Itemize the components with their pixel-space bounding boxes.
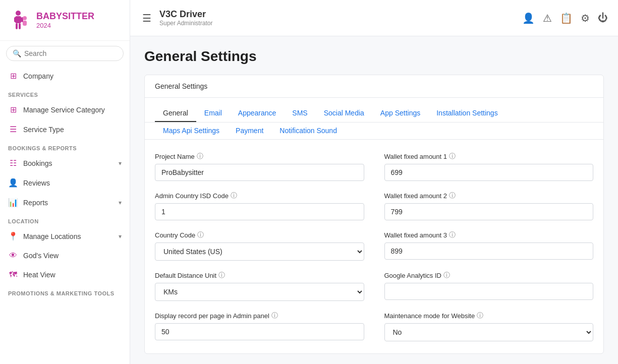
- tab-social-media[interactable]: Social Media: [316, 105, 372, 122]
- page-title: General Settings: [144, 48, 604, 65]
- form-group-country-code: Country Code ⓘ United States (US) United…: [155, 230, 364, 261]
- input-wallet-amount-2[interactable]: [384, 203, 594, 220]
- info-icon-project-name: ⓘ: [197, 152, 203, 161]
- settings-card: General Settings General Email Appearanc…: [144, 75, 604, 354]
- select-country-code[interactable]: United States (US) United Kingdom (UK) C…: [155, 242, 364, 261]
- label-project-name: Project Name ⓘ: [155, 152, 364, 161]
- svg-rect-5: [19, 23, 21, 29]
- header: ☰ V3C Driver Super Administrator 👤 ⚠ 📋 ⚙…: [130, 0, 618, 36]
- input-admin-country-isd[interactable]: [155, 203, 364, 220]
- sidebar-item-service-type-label: Service Type: [23, 126, 64, 134]
- sidebar-item-manage-locations-label: Manage Locations: [23, 232, 81, 240]
- card-header: General Settings: [145, 75, 603, 98]
- info-icon-display-record: ⓘ: [271, 311, 278, 320]
- sidebar-item-heat-view[interactable]: 🗺 Heat View: [0, 265, 130, 284]
- logo-icon: [8, 8, 32, 32]
- sidebar-item-reports-label: Reports: [23, 199, 48, 207]
- sidebar-section-bookings-reports: BOOKINGS & REPORTS: [0, 139, 130, 153]
- tab-app-settings[interactable]: App Settings: [372, 105, 428, 122]
- form-group-wallet-amount-1: Wallet fixed amount 1 ⓘ: [384, 152, 594, 181]
- search-icon: 🔍: [13, 49, 21, 57]
- svg-rect-7: [23, 21, 27, 26]
- info-icon-maintenance-mode: ⓘ: [477, 311, 483, 320]
- tab-maps-api-settings[interactable]: Maps Api Settings: [155, 123, 228, 140]
- input-wallet-amount-1[interactable]: [384, 164, 594, 181]
- search-input[interactable]: [24, 49, 117, 57]
- header-subtitle: Super Administrator: [159, 20, 516, 27]
- search-bar[interactable]: 🔍: [6, 46, 124, 61]
- sidebar: BABYSITTER 2024 🔍 ⊞ Company SERVICES ⊞ M…: [0, 0, 130, 364]
- sidebar-section-promotions: PROMOTIONS & MARKETING TOOLS: [0, 284, 130, 298]
- select-maintenance-mode[interactable]: No Yes: [384, 323, 594, 341]
- input-google-analytics[interactable]: [384, 283, 594, 300]
- label-country-code: Country Code ⓘ: [155, 230, 364, 239]
- info-icon-country-code: ⓘ: [197, 230, 204, 239]
- tabs-row1: General Email Appearance SMS Social Medi…: [145, 98, 603, 123]
- sidebar-item-reviews[interactable]: 👤 Reviews: [0, 173, 130, 193]
- sidebar-item-company-label: Company: [23, 72, 53, 80]
- heat-view-icon: 🗺: [8, 270, 18, 279]
- label-display-record: Display record per page in Admin panel ⓘ: [155, 311, 364, 320]
- sidebar-item-reviews-label: Reviews: [23, 179, 50, 187]
- svg-rect-4: [16, 23, 18, 29]
- input-wallet-amount-3[interactable]: [384, 242, 594, 260]
- input-project-name[interactable]: [155, 164, 364, 181]
- bookings-chevron-icon: ▾: [119, 160, 122, 167]
- page-content: General Settings General Settings Genera…: [130, 36, 618, 364]
- label-wallet-amount-2: Wallet fixed amount 2 ⓘ: [384, 191, 594, 200]
- tab-general[interactable]: General: [155, 105, 196, 122]
- svg-rect-2: [14, 17, 16, 22]
- form-group-maintenance-mode: Maintenance mode for Website ⓘ No Yes: [384, 311, 594, 341]
- app-name: BABYSITTER: [36, 11, 94, 22]
- power-icon[interactable]: ⏻: [598, 12, 608, 24]
- tab-installation-settings[interactable]: Installation Settings: [428, 105, 505, 122]
- form-group-wallet-amount-3: Wallet fixed amount 3 ⓘ: [384, 230, 594, 261]
- tabs-row2: Maps Api Settings Payment Notification S…: [145, 123, 603, 140]
- tab-appearance[interactable]: Appearance: [230, 105, 285, 122]
- tab-sms[interactable]: SMS: [284, 105, 315, 122]
- sidebar-section-services: SERVICES: [0, 86, 130, 100]
- sidebar-item-company[interactable]: ⊞ Company: [0, 66, 130, 86]
- header-title-block: V3C Driver Super Administrator: [159, 9, 516, 27]
- info-icon-google-analytics: ⓘ: [443, 271, 450, 280]
- manage-locations-chevron-icon: ▾: [119, 233, 122, 240]
- label-admin-country-isd: Admin Country ISD Code ⓘ: [155, 191, 364, 200]
- svg-point-0: [16, 11, 21, 16]
- sidebar-item-reports[interactable]: 📊 Reports ▾: [0, 193, 130, 212]
- form-group-google-analytics: Google Analytics ID ⓘ: [384, 271, 594, 301]
- gear-icon[interactable]: ⚙: [581, 12, 590, 24]
- form-body: Project Name ⓘ Wallet fixed amount 1 ⓘ: [145, 140, 603, 353]
- bookings-icon: ☷: [8, 158, 18, 168]
- sidebar-item-manage-service-category[interactable]: ⊞ Manage Service Category: [0, 100, 130, 119]
- sidebar-item-gods-view[interactable]: 👁 God's View: [0, 246, 130, 265]
- reviews-icon: 👤: [8, 178, 18, 188]
- tab-payment[interactable]: Payment: [228, 123, 271, 140]
- select-default-distance[interactable]: KMs Miles: [155, 283, 364, 301]
- form-group-admin-country-isd: Admin Country ISD Code ⓘ: [155, 191, 364, 220]
- sidebar-item-gods-view-label: God's View: [23, 252, 59, 260]
- tab-notification-sound[interactable]: Notification Sound: [271, 123, 345, 140]
- sidebar-item-manage-service-category-label: Manage Service Category: [23, 106, 105, 114]
- gods-view-icon: 👁: [8, 251, 18, 260]
- user-icon[interactable]: 👤: [522, 12, 535, 24]
- form-group-default-distance: Default Distance Unit ⓘ KMs Miles: [155, 271, 364, 301]
- sidebar-item-bookings[interactable]: ☷ Bookings ▾: [0, 153, 130, 173]
- sidebar-item-manage-locations[interactable]: 📍 Manage Locations ▾: [0, 226, 130, 246]
- sidebar-item-service-type[interactable]: ☰ Service Type: [0, 119, 130, 139]
- alert-icon[interactable]: ⚠: [543, 12, 552, 24]
- sidebar-item-heat-view-label: Heat View: [23, 271, 55, 279]
- sidebar-item-bookings-label: Bookings: [23, 159, 52, 167]
- form-group-wallet-amount-2: Wallet fixed amount 2 ⓘ: [384, 191, 594, 220]
- reports-icon: 📊: [8, 198, 18, 207]
- input-display-record[interactable]: [155, 323, 364, 340]
- tab-email[interactable]: Email: [196, 105, 230, 122]
- service-type-icon: ☰: [8, 125, 18, 134]
- manage-service-category-icon: ⊞: [8, 105, 18, 114]
- reports-chevron-icon: ▾: [119, 199, 122, 206]
- document-icon[interactable]: 📋: [560, 12, 573, 24]
- info-icon-wallet-1: ⓘ: [449, 152, 456, 161]
- main-content: ☰ V3C Driver Super Administrator 👤 ⚠ 📋 ⚙…: [130, 0, 618, 364]
- info-icon-default-distance: ⓘ: [218, 271, 225, 280]
- form-grid: Project Name ⓘ Wallet fixed amount 1 ⓘ: [155, 152, 593, 341]
- menu-toggle-button[interactable]: ☰: [140, 10, 153, 26]
